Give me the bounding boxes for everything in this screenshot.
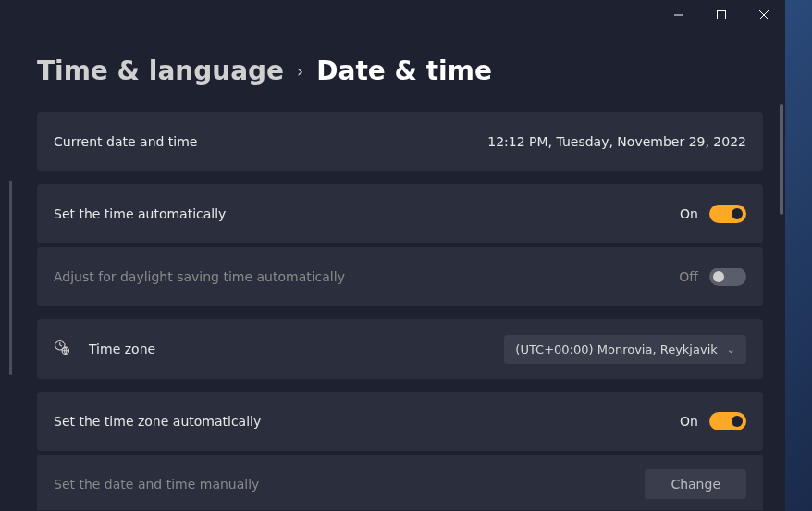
- auto-timezone-label: Set the time zone automatically: [54, 414, 261, 429]
- maximize-icon: [717, 10, 726, 19]
- breadcrumb-current: Date & time: [316, 56, 492, 86]
- dst-state: Off: [679, 269, 698, 284]
- auto-timezone-toggle[interactable]: [709, 412, 746, 430]
- timezone-select[interactable]: (UTC+00:00) Monrovia, Reykjavik ⌄: [504, 335, 746, 364]
- scrollbar[interactable]: [780, 104, 783, 215]
- auto-time-control: On: [680, 205, 746, 223]
- current-datetime-panel: Current date and time 12:12 PM, Tuesday,…: [37, 112, 763, 171]
- desktop-background: [785, 0, 812, 511]
- auto-time-toggle[interactable]: [709, 205, 746, 223]
- dst-toggle: [709, 268, 746, 286]
- maximize-button[interactable]: [700, 0, 743, 30]
- settings-window: Time & language › Date & time Current da…: [0, 0, 785, 511]
- settings-panels: Current date and time 12:12 PM, Tuesday,…: [37, 112, 763, 510]
- titlebar: [0, 0, 785, 30]
- auto-time-panel: Set the time automatically On: [37, 184, 763, 243]
- chevron-down-icon: ⌄: [727, 343, 735, 355]
- manual-datetime-label: Set the date and time manually: [54, 477, 259, 492]
- change-button[interactable]: Change: [645, 469, 746, 499]
- minimize-icon: [674, 10, 683, 19]
- globe-clock-icon: [54, 339, 70, 359]
- current-datetime-label: Current date and time: [54, 134, 197, 149]
- auto-time-label: Set the time automatically: [54, 206, 226, 221]
- current-datetime-value: 12:12 PM, Tuesday, November 29, 2022: [487, 134, 746, 149]
- timezone-panel: Time zone (UTC+00:00) Monrovia, Reykjavi…: [37, 319, 763, 379]
- dst-label: Adjust for daylight saving time automati…: [54, 269, 345, 284]
- svg-rect-0: [718, 11, 726, 19]
- breadcrumb-parent[interactable]: Time & language: [37, 56, 284, 86]
- auto-timezone-panel: Set the time zone automatically On: [37, 392, 763, 451]
- auto-timezone-control: On: [680, 412, 746, 430]
- close-button[interactable]: [743, 0, 785, 30]
- close-icon: [759, 10, 769, 19]
- dst-control: Off: [679, 268, 746, 286]
- breadcrumb: Time & language › Date & time: [37, 56, 763, 86]
- left-accent-bar: [9, 181, 12, 375]
- timezone-value: (UTC+00:00) Monrovia, Reykjavik: [515, 343, 717, 356]
- auto-time-state: On: [680, 206, 698, 221]
- content-area: Time & language › Date & time Current da…: [0, 56, 785, 510]
- dst-panel: Adjust for daylight saving time automati…: [37, 247, 763, 306]
- minimize-button[interactable]: [658, 0, 700, 30]
- timezone-label: Time zone: [89, 342, 155, 356]
- auto-timezone-state: On: [680, 414, 698, 429]
- manual-datetime-panel: Set the date and time manually Change: [37, 455, 763, 510]
- chevron-right-icon: ›: [297, 61, 303, 81]
